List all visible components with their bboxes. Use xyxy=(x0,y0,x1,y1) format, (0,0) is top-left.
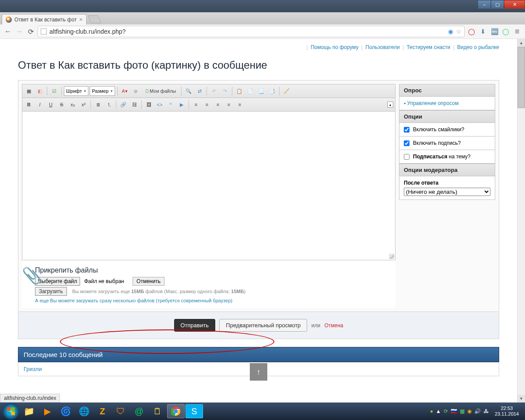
preview-button[interactable]: Предварительный просмотр xyxy=(219,319,307,332)
align-justify2-icon[interactable]: ≡ xyxy=(235,100,245,109)
subscribe-checkbox[interactable] xyxy=(404,154,410,160)
start-button[interactable] xyxy=(3,403,19,420)
multi-upload-link[interactable]: А еще Вы можете загружать сразу нескольк… xyxy=(35,298,232,303)
tray-sync-icon[interactable]: ⟳ xyxy=(444,408,448,414)
text-color-icon[interactable]: A▾ xyxy=(120,86,130,96)
image-icon[interactable]: 🖼 xyxy=(144,100,154,109)
scrollbar-thumb[interactable] xyxy=(518,47,525,108)
spellcheck-icon[interactable]: ☑ xyxy=(49,86,59,96)
eraser-icon[interactable]: ◧ xyxy=(35,86,45,96)
replace-icon[interactable]: ⇄ xyxy=(195,86,204,96)
browser-menu-button[interactable]: ≡ xyxy=(513,27,522,36)
align-center-icon[interactable]: ≡ xyxy=(202,100,212,109)
taskbar-notes-icon[interactable]: 🗒 xyxy=(149,404,166,418)
align-right-icon[interactable]: ≡ xyxy=(213,100,223,109)
italic-icon[interactable]: I xyxy=(35,100,45,109)
scroll-top-button[interactable]: ↑ xyxy=(250,363,267,381)
align-justify-icon[interactable]: ≡ xyxy=(224,100,234,109)
attach-cancel-button[interactable]: Отменить xyxy=(133,277,164,286)
bookmark-sync-icon[interactable]: ◉ xyxy=(448,28,453,35)
tray-clock[interactable]: 22:53 23.11.2014 xyxy=(491,406,522,417)
tray-network-icon[interactable]: 🖧 xyxy=(483,408,489,414)
choose-file-button[interactable]: Выберите файл xyxy=(35,277,80,286)
myfiles-button[interactable]: 🗋 Мои файлы xyxy=(142,86,179,96)
extension-adblock-icon[interactable]: ◯ xyxy=(467,27,476,36)
editor-expand-button[interactable]: ▴ xyxy=(387,102,393,108)
link-icon[interactable]: 🔗 xyxy=(119,100,128,109)
toplink-help[interactable]: Помощь по форуму xyxy=(311,44,359,50)
underline-icon[interactable]: U xyxy=(46,100,56,109)
tab-close-icon[interactable]: × xyxy=(79,16,83,23)
extension-circle-icon[interactable]: ◯ xyxy=(501,27,510,36)
toggle-mode-icon[interactable]: ▦ xyxy=(24,86,34,96)
tray-shield-icon[interactable]: ▦ xyxy=(460,408,465,414)
window-minimize-button[interactable]: – xyxy=(478,0,491,9)
vertical-scrollbar[interactable]: ▲ ▼ xyxy=(517,39,525,402)
align-left-icon[interactable]: ≡ xyxy=(191,100,201,109)
quote-icon[interactable]: ❝ xyxy=(166,100,175,109)
taskbar-chrome-icon[interactable] xyxy=(167,404,185,418)
taskbar-player-icon[interactable]: ▶ xyxy=(38,404,56,418)
taskbar-zona-icon[interactable]: Z xyxy=(94,404,111,418)
scrollbar-down-button[interactable]: ▼ xyxy=(518,395,525,402)
strike-icon[interactable]: S xyxy=(57,100,66,109)
undo-icon[interactable]: ↶ xyxy=(209,86,219,96)
paste-text-icon[interactable]: 📃 xyxy=(256,86,266,96)
bullet-list-icon[interactable]: ≣ xyxy=(93,100,103,109)
new-tab-button[interactable] xyxy=(88,15,102,23)
tray-up-icon[interactable]: ▲ xyxy=(436,408,441,414)
media-icon[interactable]: ▶ xyxy=(177,100,186,109)
taskbar-app1-icon[interactable]: 🌀 xyxy=(57,404,74,418)
number-list-icon[interactable]: ⒈ xyxy=(104,100,114,109)
browser-tab[interactable]: Ответ в Как вставить фот × xyxy=(2,14,87,24)
tray-app-icon[interactable]: ◉ xyxy=(467,408,472,414)
tray-icon[interactable]: ● xyxy=(430,408,433,414)
copy-icon[interactable]: 📋 xyxy=(234,86,244,96)
toplink-users[interactable]: Пользователи xyxy=(365,44,399,50)
tray-volume-icon[interactable]: 🔊 xyxy=(474,408,481,414)
taskbar-earth-icon[interactable]: 🌐 xyxy=(75,404,93,418)
size-select[interactable]: Размер xyxy=(90,86,115,96)
submit-button[interactable]: Отправить xyxy=(174,319,215,332)
last-post-author-link[interactable]: Гризли xyxy=(24,366,42,372)
emoticon-icon[interactable]: ☺ xyxy=(131,86,140,96)
bold-icon[interactable]: B xyxy=(24,100,34,109)
window-close-button[interactable]: ✕ xyxy=(504,0,525,9)
moderator-heading: Опции модератора xyxy=(399,164,495,176)
reload-button[interactable]: ⟳ xyxy=(26,27,35,36)
taskbar-skype-icon[interactable]: S xyxy=(186,404,203,418)
find-icon[interactable]: 🔍 xyxy=(184,86,193,96)
taskbar-mail-icon[interactable]: @ xyxy=(130,404,148,418)
bookmark-star-icon[interactable]: ☆ xyxy=(456,28,462,35)
paste-icon[interactable]: 📄 xyxy=(245,86,255,96)
cancel-link[interactable]: Отмена xyxy=(324,322,343,329)
signature-checkbox[interactable] xyxy=(404,140,410,146)
code-icon[interactable]: <> xyxy=(155,100,164,109)
editor-textarea[interactable] xyxy=(22,112,396,260)
tray-lang-icon[interactable]: 🇷🇺 xyxy=(451,408,457,414)
after-reply-select[interactable]: (Ничего не делать) xyxy=(404,188,490,196)
toplink-test[interactable]: Тестируем снасти xyxy=(406,44,450,50)
font-select[interactable]: Шрифт xyxy=(64,86,88,96)
extension-download-icon[interactable]: ⬇ xyxy=(479,27,487,36)
smileys-checkbox[interactable] xyxy=(404,127,410,133)
superscript-icon[interactable]: x² xyxy=(79,100,88,109)
subscript-icon[interactable]: x₂ xyxy=(68,100,77,109)
forward-button[interactable]: → xyxy=(15,27,24,36)
favicon-icon xyxy=(6,17,12,23)
extension-translate-icon[interactable]: 🔤 xyxy=(490,27,499,36)
option-signature-row: Включить подпись? xyxy=(399,136,495,150)
toplink-video[interactable]: Видео о рыбалке xyxy=(457,44,499,50)
taskbar-avast-icon[interactable]: 🛡 xyxy=(112,404,130,418)
taskbar-explorer-icon[interactable]: 📁 xyxy=(20,404,38,418)
unlink-icon[interactable]: ⛓ xyxy=(130,100,139,109)
paste-word-icon[interactable]: 📑 xyxy=(267,86,277,96)
window-maximize-button[interactable]: ▢ xyxy=(491,0,504,9)
remove-format-icon[interactable]: 🧹 xyxy=(282,86,291,96)
scrollbar-up-button[interactable]: ▲ xyxy=(518,39,525,47)
redo-icon[interactable]: ↷ xyxy=(220,86,230,96)
back-button[interactable]: ← xyxy=(4,27,12,36)
poll-manage-link[interactable]: Управление опросом xyxy=(407,100,459,106)
upload-button[interactable]: Загрузить xyxy=(35,287,67,296)
address-bar[interactable]: altfishing-club.ru/index.php? ◉ ☆ xyxy=(38,26,465,37)
